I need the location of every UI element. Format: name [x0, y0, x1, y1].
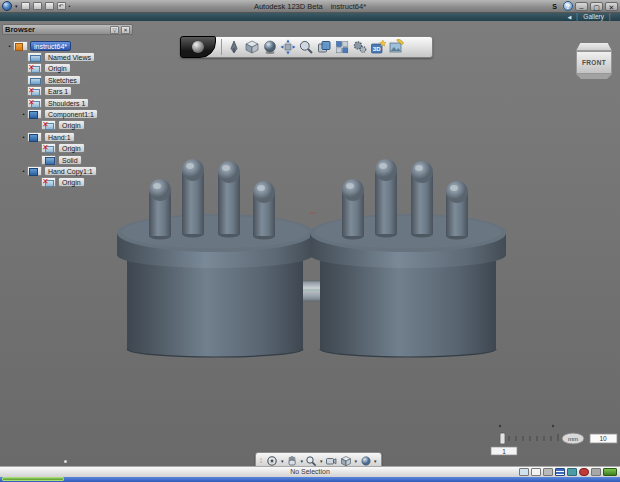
help-icon[interactable]: ?: [563, 1, 573, 11]
zoom-magnifier-icon[interactable]: [305, 454, 318, 466]
tree-label[interactable]: instruct64*: [30, 41, 71, 51]
model-peg[interactable]: [411, 161, 433, 238]
gallery-back-icon[interactable]: ◀: [567, 13, 571, 21]
viewcube-top-face[interactable]: [576, 43, 612, 51]
tree-item-origin[interactable]: Origin: [2, 177, 133, 188]
look-at-camera-icon[interactable]: [325, 454, 338, 466]
hidden-origin-icon[interactable]: [41, 177, 56, 187]
pan-hand-icon[interactable]: [285, 454, 298, 466]
primitive-sphere-icon[interactable]: [261, 38, 279, 56]
viewcube-front-face[interactable]: FRONT: [576, 51, 612, 74]
browser-filter-icon[interactable]: ▽: [110, 26, 119, 34]
toolbar-grip[interactable]: ⁞: [260, 457, 262, 464]
tweak-magnifier-icon[interactable]: [297, 38, 315, 56]
tree-label[interactable]: Solid: [58, 155, 82, 165]
tree-label[interactable]: Shoulders 1: [44, 98, 89, 108]
gallery-tab[interactable]: Gallery: [583, 13, 604, 21]
expand-arrow-icon[interactable]: •: [20, 134, 27, 140]
taskbar-start-segment[interactable]: [2, 477, 64, 481]
close-button[interactable]: ✕: [605, 2, 618, 11]
tree-label[interactable]: Hand Copy1:1: [44, 166, 97, 176]
hidden-origin-icon[interactable]: [27, 63, 42, 73]
hidden-feature-icon[interactable]: [27, 98, 42, 108]
material-sphere-icon[interactable]: [359, 454, 372, 466]
tree-item-origin[interactable]: Origin: [2, 63, 133, 74]
tree-item-shoulders[interactable]: Shoulders 1: [2, 97, 133, 108]
dropdown-caret-icon[interactable]: ▾: [300, 458, 303, 464]
minimize-button[interactable]: –: [575, 2, 588, 11]
expand-arrow-icon[interactable]: •: [20, 111, 27, 117]
view-style-cube-icon[interactable]: [340, 454, 353, 466]
hidden-origin-icon[interactable]: [41, 120, 56, 130]
browser-close-icon[interactable]: ✕: [121, 26, 130, 34]
combine-icon[interactable]: [315, 38, 333, 56]
maximize-button[interactable]: ▢: [590, 2, 603, 11]
tree-label[interactable]: Component1:1: [44, 109, 98, 119]
model-3d-view[interactable]: [115, 153, 510, 365]
expand-arrow-icon[interactable]: •: [20, 168, 27, 174]
browser-header[interactable]: Browser ▽ ✕: [2, 24, 133, 35]
layers-icon[interactable]: [555, 468, 565, 476]
tree-label[interactable]: Hand:1: [44, 132, 75, 142]
gears-icon[interactable]: [351, 38, 369, 56]
tree-item-solid[interactable]: Solid: [2, 154, 133, 165]
dropdown-caret-icon[interactable]: ▾: [281, 458, 284, 464]
tree-item-origin[interactable]: Origin: [2, 143, 133, 154]
component-icon[interactable]: [27, 166, 42, 176]
solid-body-icon[interactable]: [41, 155, 56, 165]
tree-label[interactable]: Origin: [58, 120, 85, 130]
tree-item-ears[interactable]: Ears 1: [2, 86, 133, 97]
model-peg[interactable]: [253, 181, 275, 240]
orbit-icon[interactable]: [266, 454, 279, 466]
tree-item-root[interactable]: • instruct64*: [2, 40, 133, 51]
model-peg[interactable]: [446, 181, 468, 240]
box-select-icon[interactable]: [531, 468, 541, 476]
model-peg[interactable]: [182, 159, 204, 238]
scale-slider-handle[interactable]: [500, 433, 505, 444]
tree-label[interactable]: Ears 1: [44, 86, 72, 96]
signin-icon[interactable]: S: [548, 2, 561, 11]
tree-label[interactable]: Origin: [44, 63, 71, 73]
component-icon[interactable]: [27, 109, 42, 119]
edit-image-icon[interactable]: [387, 38, 405, 56]
tree-item-hand[interactable]: • Hand:1: [2, 131, 133, 142]
material-status-icon[interactable]: [567, 468, 577, 476]
view-cube[interactable]: FRONT: [576, 43, 612, 79]
model-right-drum[interactable]: [310, 159, 506, 357]
tree-item-sketches[interactable]: Sketches: [2, 74, 133, 85]
tree-label[interactable]: Named Views: [44, 52, 95, 62]
model-left-drum[interactable]: [117, 159, 313, 357]
sketch-pen-icon[interactable]: [225, 38, 243, 56]
model-peg[interactable]: [375, 159, 397, 238]
tree-label[interactable]: Origin: [58, 143, 85, 153]
model-peg[interactable]: [218, 161, 240, 238]
tree-label[interactable]: Sketches: [44, 75, 81, 85]
viewport-canvas[interactable]: Browser ▽ ✕ • instruct64* Named Views: [0, 21, 620, 466]
folder-icon[interactable]: [27, 52, 42, 62]
dropdown-caret-icon[interactable]: ▾: [374, 458, 377, 464]
tree-item-component1[interactable]: • Component1:1: [2, 108, 133, 119]
dropdown-caret-icon[interactable]: ▾: [355, 458, 358, 464]
model-peg[interactable]: [342, 179, 364, 240]
plug-icon[interactable]: [591, 468, 601, 476]
panel-resize-dot[interactable]: [64, 460, 67, 463]
folder-icon[interactable]: [27, 75, 42, 85]
pattern-grid-icon[interactable]: [333, 38, 351, 56]
hidden-origin-icon[interactable]: [41, 143, 56, 153]
component-icon[interactable]: [27, 132, 42, 142]
tree-item-origin[interactable]: Origin: [2, 120, 133, 131]
dropdown-caret-icon[interactable]: ▾: [320, 458, 323, 464]
primitive-box-icon[interactable]: [243, 38, 261, 56]
tree-item-hand-copy[interactable]: • Hand Copy1:1: [2, 165, 133, 176]
lock-icon[interactable]: [543, 468, 553, 476]
document-icon[interactable]: [13, 41, 28, 51]
transform-icon[interactable]: [279, 38, 297, 56]
expand-arrow-icon[interactable]: •: [6, 43, 13, 49]
select-mode-icon[interactable]: [519, 468, 529, 476]
export-3d-icon[interactable]: 3D: [369, 38, 387, 56]
viewcube-bottom-face[interactable]: [576, 74, 612, 79]
record-icon[interactable]: [579, 468, 589, 476]
model-peg[interactable]: [149, 179, 171, 240]
tree-label[interactable]: Origin: [58, 177, 85, 187]
battery-icon[interactable]: [603, 468, 617, 476]
